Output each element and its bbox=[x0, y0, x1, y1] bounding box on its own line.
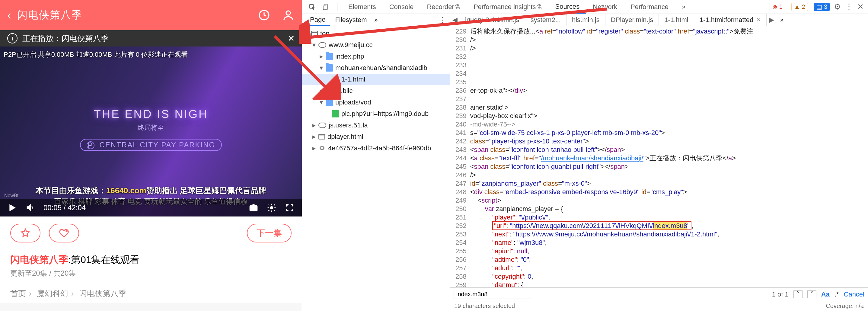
devtools-toolbar: Elements Console Recorder ⚗ Performance … bbox=[302, 0, 868, 14]
gear-icon[interactable]: ⚙ bbox=[834, 2, 841, 11]
issues-badge[interactable]: ▤ 3 bbox=[814, 3, 830, 11]
info-icon: i bbox=[7, 33, 18, 43]
code-panel: ◀ jquery-3.4.1.min.js system2... hls.min… bbox=[450, 14, 868, 311]
tree-uploads[interactable]: ▾uploads/vod bbox=[302, 97, 450, 108]
filetab-hls[interactable]: hls.min.js bbox=[566, 14, 606, 26]
file-tree: ▾top ▾www.9meiju.cc ▸index.php ▾mohuanke… bbox=[302, 26, 450, 311]
tab-performance[interactable]: Performance bbox=[624, 0, 675, 13]
code-editor[interactable]: 2292302312322332342352362372382392402412… bbox=[450, 26, 868, 287]
episode-title: 闪电侠第八季:第01集在线观看 bbox=[0, 250, 302, 269]
filetab-formatted[interactable]: 1-1.html:formatted✕ bbox=[694, 14, 767, 26]
fullscreen-icon[interactable] bbox=[285, 203, 294, 213]
search-next-icon[interactable]: ˅ bbox=[807, 290, 816, 298]
star-icon bbox=[20, 228, 31, 239]
nav-kebab-icon[interactable]: ⋮ bbox=[439, 16, 446, 24]
camera-icon[interactable] bbox=[249, 203, 258, 213]
breadcrumb: 首页› 魔幻科幻› 闪电侠第八季 bbox=[0, 284, 302, 303]
tree-file-selected[interactable]: 1-1.html bbox=[302, 74, 450, 85]
tree-pic[interactable]: pic.php?url=https://img9.doub bbox=[302, 108, 450, 120]
tree-public[interactable]: ▸public bbox=[302, 85, 450, 97]
close-devtools-icon[interactable]: ✕ bbox=[857, 2, 864, 11]
tree-domain[interactable]: ▾www.9meiju.cc bbox=[302, 39, 450, 51]
svg-point-3 bbox=[252, 207, 255, 209]
tree-folder-path[interactable]: ▾mohuankehuan/shandianxiadib bbox=[302, 62, 450, 74]
close-tab-icon[interactable]: ✕ bbox=[756, 17, 761, 23]
time-display: 00:05 / 42:04 bbox=[43, 204, 86, 212]
history-icon[interactable] bbox=[258, 9, 271, 22]
filetab-jquery[interactable]: jquery-3.4.1.min.js bbox=[460, 14, 525, 26]
filetab-dplayer[interactable]: DPlayer.min.js bbox=[606, 14, 659, 26]
tab-perf-insights[interactable]: Performance insights ⚗ bbox=[467, 0, 549, 13]
heart-plus-icon bbox=[59, 228, 69, 239]
kebab-icon[interactable]: ⋮ bbox=[845, 2, 853, 11]
regex-toggle[interactable]: .* bbox=[835, 290, 839, 298]
status-selection: 19 characters selected bbox=[454, 303, 515, 310]
player-controls: 00:05 / 42:04 bbox=[0, 199, 302, 217]
line-gutter: 2292302312322332342352362372382392402412… bbox=[450, 26, 470, 287]
watermark: NowBt bbox=[4, 193, 19, 198]
sponsor-line-1: 本节目由乐鱼游戏：16640.com赞助播出 足球巨星姆巴佩代言品牌 bbox=[0, 185, 302, 196]
match-case-toggle[interactable]: Aa bbox=[821, 290, 830, 298]
error-badge[interactable]: ⊗ 1 bbox=[770, 3, 785, 11]
navigator-tabs: Page Filesystem » ⋮ bbox=[302, 14, 450, 26]
back-icon[interactable]: ‹ bbox=[7, 8, 11, 22]
p2p-status: P2P已开启 共享0.00MB 加速0.00MB 此片有 0 位影迷正在观看 bbox=[4, 50, 188, 59]
search-prev-icon[interactable]: ˄ bbox=[794, 290, 803, 298]
volume-icon[interactable] bbox=[25, 203, 35, 213]
filetab-system[interactable]: system2... bbox=[525, 14, 566, 26]
tab-elements[interactable]: Elements bbox=[342, 0, 383, 13]
next-episode-button[interactable]: 下一集 bbox=[247, 224, 291, 243]
nav-tab-page[interactable]: Page bbox=[305, 14, 330, 26]
search-count: 1 of 1 bbox=[772, 290, 788, 298]
status-coverage: Coverage: n/a bbox=[826, 303, 864, 310]
svg-rect-7 bbox=[323, 6, 326, 10]
tabs-more-icon[interactable]: » bbox=[675, 0, 692, 13]
filetab-1-1[interactable]: 1-1.html bbox=[659, 14, 694, 26]
svg-point-4 bbox=[271, 207, 273, 209]
file-tabs: ◀ jquery-3.4.1.min.js system2... hls.min… bbox=[450, 14, 868, 26]
tree-top[interactable]: ▾top bbox=[302, 28, 450, 39]
close-icon[interactable]: ✕ bbox=[288, 33, 294, 43]
search-cancel-button[interactable]: Cancel bbox=[844, 290, 864, 298]
sources-navigator: Page Filesystem » ⋮ ▾top ▾www.9meiju.cc … bbox=[302, 14, 450, 311]
video-player[interactable]: THE END IS NIGH 终局将至 P CENTRAL CITY PAY … bbox=[0, 46, 302, 217]
crumb-category[interactable]: 魔幻科幻 bbox=[37, 289, 68, 298]
tab-recorder[interactable]: Recorder ⚗ bbox=[420, 0, 467, 13]
action-row: 下一集 bbox=[0, 217, 302, 250]
filetab-more-icon[interactable]: » bbox=[776, 16, 787, 24]
filetab-scroll-right-icon[interactable]: ▶ bbox=[767, 16, 776, 24]
favorite-button[interactable] bbox=[10, 224, 40, 243]
tree-index[interactable]: ▸index.php bbox=[302, 51, 450, 62]
tree-jsusers[interactable]: ▸js.users.51.la bbox=[302, 120, 450, 131]
svg-point-1 bbox=[286, 11, 290, 15]
filetab-scroll-left-icon[interactable]: ◀ bbox=[450, 16, 460, 24]
device-toggle-icon[interactable] bbox=[320, 3, 332, 11]
settings-icon[interactable] bbox=[267, 203, 276, 213]
like-button[interactable] bbox=[49, 224, 79, 243]
tab-sources[interactable]: Sources bbox=[549, 0, 586, 13]
mobile-video-page: ‹ 闪电侠第八季 i 正在播放：闪电侠第八季 ✕ THE END IS NIGH… bbox=[0, 0, 302, 311]
tab-console[interactable]: Console bbox=[383, 0, 421, 13]
tab-network[interactable]: Network bbox=[586, 0, 624, 13]
video-overlay-text: THE END IS NIGH 终局将至 P CENTRAL CITY PAY … bbox=[24, 108, 278, 151]
nav-tab-filesystem[interactable]: Filesystem bbox=[330, 14, 372, 26]
now-playing-bar: i 正在播放：闪电侠第八季 ✕ bbox=[0, 30, 302, 46]
devtools: Elements Console Recorder ⚗ Performance … bbox=[302, 0, 868, 311]
user-icon[interactable] bbox=[282, 9, 294, 22]
warn-badge[interactable]: ▲ 2 bbox=[791, 3, 808, 11]
crumb-home[interactable]: 首页 bbox=[10, 289, 26, 298]
crumb-current: 闪电侠第八季 bbox=[79, 289, 126, 298]
status-bar: 19 characters selected Coverage: n/a bbox=[450, 301, 868, 311]
source-code: 后将能永久保存播放...<a rel="nofollow" id="regist… bbox=[470, 26, 868, 287]
now-playing-text: 正在播放：闪电侠第八季 bbox=[22, 33, 108, 44]
mobile-header: ‹ 闪电侠第八季 bbox=[0, 0, 302, 30]
search-bar: 1 of 1 ˄ ˅ Aa .* Cancel bbox=[450, 287, 868, 301]
tree-extension[interactable]: ▸⚙4e46757a-4df2-4a5b-864f-fe960db bbox=[302, 143, 450, 154]
inspect-icon[interactable] bbox=[306, 3, 318, 11]
tree-dplayer[interactable]: ▸dplayer.html bbox=[302, 131, 450, 143]
nav-tabs-more-icon[interactable]: » bbox=[374, 16, 378, 24]
search-input[interactable] bbox=[454, 290, 532, 299]
page-title: 闪电侠第八季 bbox=[17, 8, 252, 22]
episode-count: 更新至20集 / 共20集 bbox=[0, 269, 302, 284]
play-icon[interactable] bbox=[7, 203, 17, 213]
